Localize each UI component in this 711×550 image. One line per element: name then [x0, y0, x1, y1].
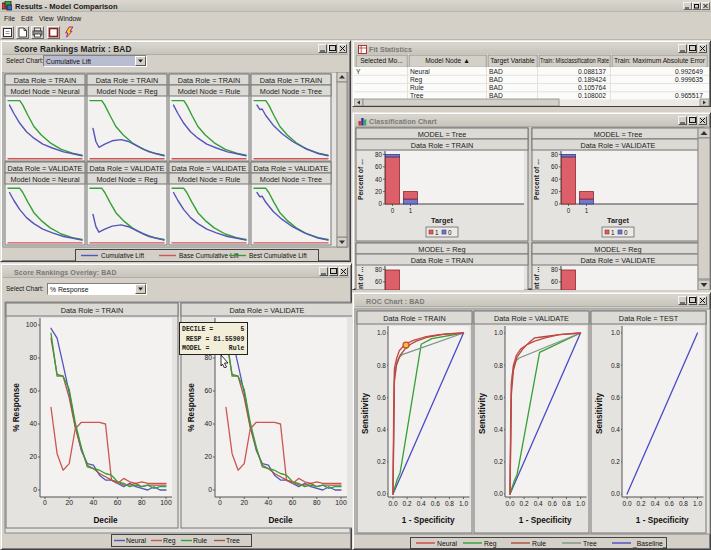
svg-text:60: 60 — [375, 278, 383, 285]
svg-text:0.4: 0.4 — [651, 500, 660, 507]
svg-text:Model Node ▲: Model Node ▲ — [425, 57, 470, 64]
svg-text:1.0: 1.0 — [611, 329, 620, 336]
svg-text:1: 1 — [409, 207, 413, 214]
svg-text:40: 40 — [551, 176, 559, 183]
svg-text:20: 20 — [375, 188, 383, 195]
svg-text:0: 0 — [33, 486, 37, 493]
svg-text:0.2: 0.2 — [403, 500, 412, 507]
svg-text:Rule: Rule — [410, 84, 424, 91]
svg-text:Model Node = Neural: Model Node = Neural — [10, 175, 80, 184]
svg-text:0.108002: 0.108002 — [578, 92, 606, 99]
svg-text:Percent of ...: Percent of ... — [357, 159, 364, 200]
svg-text:Target: Target — [431, 216, 453, 225]
svg-text:Decile: Decile — [93, 516, 118, 525]
svg-text:MODEL = Tree: MODEL = Tree — [594, 130, 643, 139]
svg-text:Target Variable: Target Variable — [490, 57, 535, 65]
svg-text:60: 60 — [375, 163, 383, 170]
svg-text:Neural: Neural — [126, 537, 147, 544]
svg-text:1: 1 — [585, 207, 589, 214]
svg-text:MODEL = Reg: MODEL = Reg — [418, 245, 465, 254]
svg-text:0.6: 0.6 — [548, 500, 557, 507]
svg-text:0.2: 0.2 — [637, 500, 646, 507]
svg-text:0.992649: 0.992649 — [675, 68, 703, 75]
svg-text:Data Role = TRAIN: Data Role = TRAIN — [178, 76, 241, 85]
svg-text:0.0: 0.0 — [505, 500, 514, 507]
svg-text:0.088137: 0.088137 — [578, 68, 606, 75]
svg-text:0.6: 0.6 — [377, 394, 386, 401]
svg-text:0.6: 0.6 — [494, 394, 503, 401]
svg-text:0.4: 0.4 — [494, 426, 503, 433]
svg-text:40: 40 — [265, 499, 273, 506]
svg-text:Target: Target — [607, 216, 629, 225]
svg-text:Model Node = Rule: Model Node = Rule — [178, 175, 241, 184]
svg-text:Data Role = VALIDATE: Data Role = VALIDATE — [90, 164, 165, 173]
svg-text:Data Role = TRAIN: Data Role = TRAIN — [260, 76, 323, 85]
svg-text:Model Node = Reg: Model Node = Reg — [96, 87, 157, 96]
svg-text:Train: Maximum Absolute Error: Train: Maximum Absolute Error — [614, 57, 706, 64]
svg-text:0: 0 — [218, 499, 222, 506]
svg-text:BAD: BAD — [489, 76, 503, 83]
svg-text:Sensitivity: Sensitivity — [595, 393, 604, 434]
svg-text:0: 0 — [43, 499, 47, 506]
svg-text:Data Role = TRAIN: Data Role = TRAIN — [96, 76, 159, 85]
svg-text:Percent of ...: Percent of ... — [533, 159, 540, 200]
svg-text:Tree: Tree — [226, 537, 240, 544]
svg-text:80: 80 — [375, 151, 383, 158]
svg-text:Sensitivity: Sensitivity — [478, 393, 487, 434]
svg-text:1 - Specificity: 1 - Specificity — [402, 516, 455, 525]
svg-text:Data Role = VALIDATE: Data Role = VALIDATE — [172, 164, 247, 173]
svg-text:0.0: 0.0 — [611, 490, 620, 497]
svg-text:20: 20 — [551, 188, 559, 195]
svg-text:Data Role = TRAIN: Data Role = TRAIN — [14, 76, 77, 85]
svg-text:100: 100 — [160, 499, 172, 506]
svg-text:1.0: 1.0 — [693, 500, 702, 507]
svg-text:Data Role = VALIDATE: Data Role = VALIDATE — [581, 256, 656, 265]
svg-text:80: 80 — [551, 266, 559, 273]
svg-text:0.6: 0.6 — [665, 500, 674, 507]
svg-text:Reg: Reg — [163, 537, 176, 545]
svg-text:Tree: Tree — [410, 92, 424, 99]
svg-text:0.4: 0.4 — [611, 426, 620, 433]
svg-text:80: 80 — [138, 499, 146, 506]
svg-text:0.8: 0.8 — [562, 500, 571, 507]
svg-text:80: 80 — [204, 354, 212, 361]
svg-text:80: 80 — [551, 151, 559, 158]
svg-text:Y: Y — [356, 68, 361, 75]
svg-text:nt of ...: nt of ... — [533, 267, 540, 289]
svg-text:MODEL = Tree: MODEL = Tree — [418, 130, 467, 139]
svg-text:0: 0 — [567, 207, 571, 214]
svg-text:Train: Misclassification Rate: Train: Misclassification Rate — [540, 57, 609, 64]
svg-text:BAD: BAD — [489, 92, 503, 99]
svg-text:Data Role = TRAIN: Data Role = TRAIN — [411, 256, 474, 265]
svg-text:Reg: Reg — [410, 76, 423, 84]
svg-text:1.0: 1.0 — [377, 329, 386, 336]
svg-text:0: 0 — [554, 200, 558, 207]
svg-text:1.0: 1.0 — [576, 500, 585, 507]
svg-text:60: 60 — [204, 387, 212, 394]
svg-text:Decile: Decile — [268, 516, 293, 525]
svg-text:60: 60 — [551, 278, 559, 285]
svg-text:0.0: 0.0 — [494, 490, 503, 497]
svg-text:Data Role = TRAIN: Data Role = TRAIN — [411, 141, 474, 150]
svg-text:100: 100 — [335, 499, 347, 506]
svg-text:1.0: 1.0 — [459, 500, 468, 507]
svg-text:Data Role = TRAIN: Data Role = TRAIN — [61, 306, 124, 315]
svg-text:0: 0 — [208, 486, 212, 493]
svg-text:1 - Specificity: 1 - Specificity — [519, 516, 572, 525]
svg-text:Model Node = Tree: Model Node = Tree — [260, 87, 322, 96]
svg-text:0.189424: 0.189424 — [578, 76, 606, 83]
svg-text:Model Node = Rule: Model Node = Rule — [178, 87, 241, 96]
svg-text:Selected Mo...: Selected Mo... — [360, 57, 403, 64]
svg-text:BAD: BAD — [489, 68, 503, 75]
svg-text:Neural: Neural — [437, 540, 458, 547]
svg-text:Model Node = Tree: Model Node = Tree — [260, 175, 322, 184]
svg-text:0.8: 0.8 — [679, 500, 688, 507]
svg-text:0.6: 0.6 — [611, 394, 620, 401]
svg-text:0: 0 — [624, 229, 628, 236]
svg-text:20: 20 — [65, 499, 73, 506]
svg-text:Cumulative Lift: Cumulative Lift — [101, 252, 144, 259]
svg-text:0.4: 0.4 — [377, 426, 386, 433]
svg-text:0: 0 — [391, 207, 395, 214]
svg-text:0.0: 0.0 — [377, 490, 386, 497]
svg-text:0: 0 — [378, 200, 382, 207]
